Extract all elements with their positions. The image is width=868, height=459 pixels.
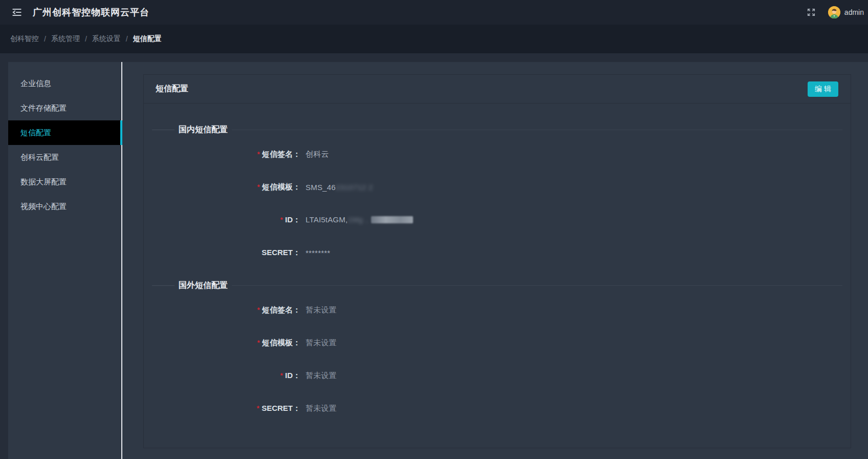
field-value: 暂未设置 xyxy=(306,338,337,348)
settings-panel: 企业信息 文件存储配置 短信配置 创科云配置 数据大屏配置 视频中心配置 短信配… xyxy=(8,62,868,459)
sidebar-item-file-storage-config[interactable]: 文件存储配置 xyxy=(8,96,121,120)
redacted-text: 2310712 2 xyxy=(336,183,373,192)
required-mark: * xyxy=(280,371,283,380)
fullscreen-icon[interactable] xyxy=(807,8,816,17)
menu-fold-icon[interactable] xyxy=(11,7,23,18)
field-secret-foreign: *SECRET： 暂未设置 xyxy=(152,403,842,414)
required-mark: * xyxy=(257,182,260,191)
main-area: 企业信息 文件存储配置 短信配置 创科云配置 数据大屏配置 视频中心配置 短信配… xyxy=(0,53,868,459)
section-title: 国外短信配置 xyxy=(175,280,232,291)
breadcrumb-item-home[interactable]: 创科智控 xyxy=(10,34,39,44)
username-label[interactable]: admin xyxy=(844,8,864,16)
breadcrumb-item-sms-config: 短信配置 xyxy=(133,34,162,44)
section-title: 国内短信配置 xyxy=(175,124,232,135)
field-label: 短信签名： xyxy=(262,150,300,158)
required-mark: * xyxy=(257,305,260,314)
breadcrumb: 创科智控 / 系统管理 / 系统设置 / 短信配置 xyxy=(0,25,868,53)
field-value: LTAI5tAGM,1Mg， xyxy=(306,215,413,225)
field-label: ID： xyxy=(285,215,300,224)
settings-sidebar: 企业信息 文件存储配置 短信配置 创科云配置 数据大屏配置 视频中心配置 xyxy=(8,62,122,459)
field-value: ******** xyxy=(306,248,330,257)
field-id-foreign: *ID： 暂未设置 xyxy=(152,370,842,381)
sidebar-item-sms-config[interactable]: 短信配置 xyxy=(8,120,121,145)
breadcrumb-separator: / xyxy=(126,35,128,43)
field-sms-signature: *短信签名： 创科云 xyxy=(152,149,842,160)
sidebar-item-data-screen-config[interactable]: 数据大屏配置 xyxy=(8,170,121,194)
field-value: 创科云 xyxy=(306,150,329,159)
breadcrumb-item-system-management[interactable]: 系统管理 xyxy=(51,34,80,44)
sms-config-card: 短信配置 编 辑 国内短信配置 *短信签名： 创科云 xyxy=(143,74,851,448)
field-label: SECRET： xyxy=(262,248,300,257)
field-value: SMS_462310712 2 xyxy=(306,183,373,192)
breadcrumb-item-system-settings[interactable]: 系统设置 xyxy=(92,34,121,44)
field-sms-signature-foreign: *短信签名： 暂未设置 xyxy=(152,304,842,316)
field-value: 暂未设置 xyxy=(306,305,337,315)
user-avatar[interactable] xyxy=(828,6,840,18)
foreign-sms-section: 国外短信配置 *短信签名： 暂未设置 *短信模板： 暂未设置 *ID xyxy=(152,280,842,414)
required-mark: * xyxy=(256,404,259,412)
field-label: ID： xyxy=(285,371,300,380)
field-label: 短信模板： xyxy=(262,182,300,191)
app-header: 广州创科智控物联网云平台 admin xyxy=(0,0,868,25)
sidebar-item-video-center-config[interactable]: 视频中心配置 xyxy=(8,194,121,219)
breadcrumb-separator: / xyxy=(85,35,87,43)
redaction-box xyxy=(371,216,413,223)
content-area: 短信配置 编 辑 国内短信配置 *短信签名： 创科云 xyxy=(122,62,868,459)
field-label: 短信签名： xyxy=(262,305,300,314)
card-header: 短信配置 编 辑 xyxy=(144,75,851,103)
required-mark: * xyxy=(280,215,283,224)
redacted-text: 1Mg， xyxy=(348,215,371,224)
field-id: *ID： LTAI5tAGM,1Mg， xyxy=(152,214,842,225)
card-title: 短信配置 xyxy=(156,84,188,94)
section-divider: 国内短信配置 xyxy=(152,124,842,135)
domestic-sms-section: 国内短信配置 *短信签名： 创科云 *短信模板： SMS_462310712 2 xyxy=(152,124,842,258)
field-value: 暂未设置 xyxy=(306,404,337,413)
field-secret: SECRET： ******** xyxy=(152,247,842,258)
sidebar-item-chuangke-cloud-config[interactable]: 创科云配置 xyxy=(8,145,121,170)
field-value: 暂未设置 xyxy=(306,371,337,381)
field-sms-template-foreign: *短信模板： 暂未设置 xyxy=(152,337,842,348)
edit-button[interactable]: 编 辑 xyxy=(808,81,838,97)
card-body: 国内短信配置 *短信签名： 创科云 *短信模板： SMS_462310712 2 xyxy=(144,103,851,448)
required-mark: * xyxy=(257,338,260,347)
field-sms-template: *短信模板： SMS_462310712 2 xyxy=(152,181,842,193)
field-label: SECRET： xyxy=(262,404,300,412)
section-divider: 国外短信配置 xyxy=(152,280,842,291)
required-mark: * xyxy=(257,150,260,158)
sidebar-item-enterprise-info[interactable]: 企业信息 xyxy=(8,71,121,96)
breadcrumb-separator: / xyxy=(44,35,46,43)
field-label: 短信模板： xyxy=(262,338,300,347)
app-title: 广州创科智控物联网云平台 xyxy=(33,6,149,18)
